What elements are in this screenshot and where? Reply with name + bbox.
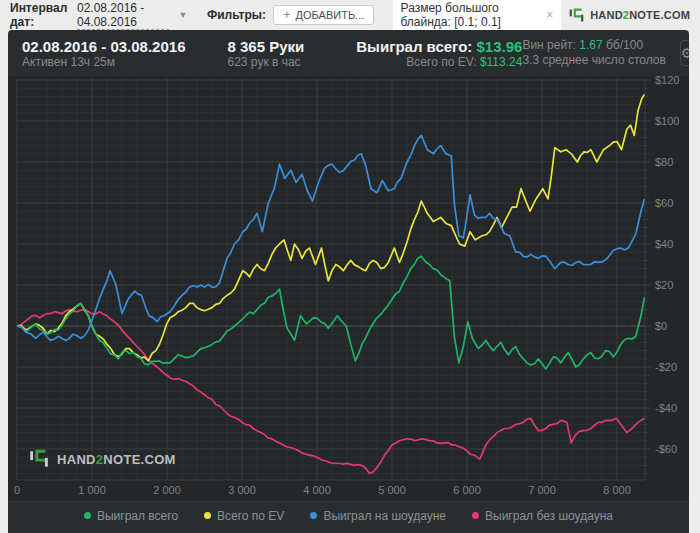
ev-total-line: Всего по EV: $113.24 xyxy=(356,55,522,70)
filters-label: Фильтры: xyxy=(207,8,266,22)
hands-total: 8 365 Руки xyxy=(227,38,304,55)
winrate-value: 1.67 xyxy=(579,38,602,52)
x-axis-label: 5 000 xyxy=(378,484,406,496)
date-interval-selector[interactable]: 02.08.2016 - 04.08.2016 xyxy=(77,1,169,30)
x-axis-label: 0 xyxy=(14,484,20,496)
hand2note-logo-icon xyxy=(568,7,585,24)
winrate-line: Вин рейт: 1.67 бб/100 xyxy=(522,38,665,53)
legend-item-3[interactable]: Выиграл без шоудауна xyxy=(472,509,613,523)
chevron-down-icon[interactable]: ▼ xyxy=(178,10,187,20)
hand2note-watermark-icon xyxy=(28,448,50,470)
top-toolbar: Интервал дат: 02.08.2016 - 04.08.2016 ▼ … xyxy=(0,0,700,30)
hands-per-hour: 623 рук в час xyxy=(227,55,304,70)
x-axis-label: 3 000 xyxy=(228,484,256,496)
chart-canvas[interactable]: $120$100$80$60$40$20$0-$20-$40-$6001 000… xyxy=(8,76,689,501)
x-axis-label: 7 000 xyxy=(528,484,556,496)
session-panel: 02.08.2016 - 03.08.2016 Активен 13ч 25м … xyxy=(8,30,689,533)
gear-icon: ⚙ xyxy=(681,45,689,61)
big-blind-filter-chip[interactable]: Размер большого блайнда: [0.1; 0.1] × xyxy=(393,0,562,33)
hand2note-watermark-text: HAND2NOTE.COM xyxy=(57,452,176,467)
y-axis-label: $40 xyxy=(655,238,673,250)
close-icon[interactable]: × xyxy=(546,8,553,22)
legend-item-1[interactable]: Всего по EV xyxy=(204,509,284,523)
legend-dot xyxy=(310,512,317,519)
add-filter-button[interactable]: + ДОБАВИТЬ... xyxy=(273,5,374,25)
hand2note-logo[interactable]: HAND2NOTE.COM xyxy=(568,7,690,24)
session-active-time: Активен 13ч 25м xyxy=(22,55,185,70)
legend-item-2[interactable]: Выиграл на шоудауне xyxy=(310,509,446,523)
x-axis-label: 8 000 xyxy=(603,484,631,496)
won-total-value: $13.96 xyxy=(477,38,523,55)
date-interval-label: Интервал дат: xyxy=(10,1,70,29)
won-total-line: Выиграл всего: $13.96 xyxy=(356,38,522,55)
session-dates-block: 02.08.2016 - 03.08.2016 Активен 13ч 25м xyxy=(22,38,185,70)
legend-label: Всего по EV xyxy=(217,509,284,523)
settings-button[interactable]: ⚙ xyxy=(680,40,689,66)
legend-dot xyxy=(84,512,91,519)
plus-icon: + xyxy=(283,10,291,20)
y-axis-label: -$40 xyxy=(655,402,677,414)
legend-label: Выиграл всего xyxy=(97,509,178,523)
legend-item-0[interactable]: Выиграл всего xyxy=(84,509,178,523)
hand2note-logo-text: HAND2NOTE.COM xyxy=(590,9,690,21)
y-axis-label: $80 xyxy=(655,156,673,168)
x-axis-label: 6 000 xyxy=(453,484,481,496)
date-interval-value: 02.08.2016 - 04.08.2016 xyxy=(77,1,144,29)
y-axis-label: -$20 xyxy=(655,361,677,373)
x-axis-label: 2 000 xyxy=(153,484,181,496)
winrate-block: Вин рейт: 1.67 бб/100 3.3 среднее число … xyxy=(522,38,665,68)
x-axis-label: 1 000 xyxy=(78,484,106,496)
chart-watermark: HAND2NOTE.COM xyxy=(28,448,176,470)
winnings-chart: $120$100$80$60$40$20$0-$20-$40-$6001 000… xyxy=(8,76,689,501)
y-axis-label: $100 xyxy=(655,115,679,127)
x-axis-label: 4 000 xyxy=(303,484,331,496)
chart-legend: Выиграл всегоВсего по EVВыиграл на шоуда… xyxy=(8,501,689,529)
legend-label: Выиграл без шоудауна xyxy=(485,509,613,523)
legend-label: Выиграл на шоудауне xyxy=(323,509,446,523)
y-axis-label: $0 xyxy=(655,320,667,332)
y-axis-label: $20 xyxy=(655,279,673,291)
hands-block: 8 365 Руки 623 рук в час xyxy=(227,38,304,70)
ev-total-value: $113.24 xyxy=(480,55,523,69)
legend-dot xyxy=(204,512,211,519)
y-axis-label: -$60 xyxy=(655,443,677,455)
legend-dot xyxy=(472,512,479,519)
winnings-block: Выиграл всего: $13.96 Всего по EV: $113.… xyxy=(356,38,522,70)
y-axis-label: $60 xyxy=(655,197,673,209)
session-header: 02.08.2016 - 03.08.2016 Активен 13ч 25м … xyxy=(8,30,689,76)
avg-tables: 3.3 среднее число столов xyxy=(522,53,665,68)
session-date-range: 02.08.2016 - 03.08.2016 xyxy=(22,38,185,55)
y-axis-label: $120 xyxy=(655,76,679,86)
